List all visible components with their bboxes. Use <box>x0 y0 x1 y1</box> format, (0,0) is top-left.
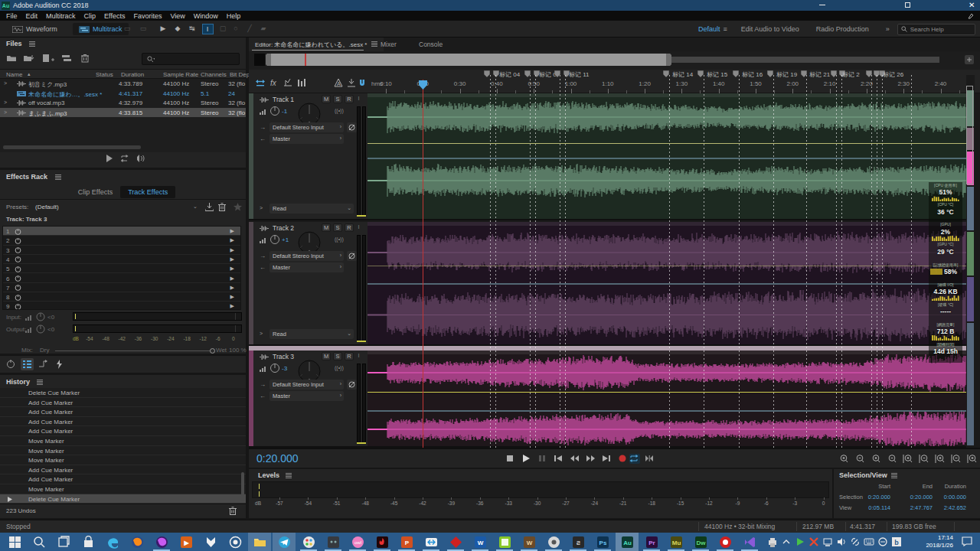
zoom-out-full-button[interactable] <box>887 454 899 465</box>
track-mute-button[interactable]: M <box>322 95 331 103</box>
edge-icon[interactable] <box>101 533 124 551</box>
pencil-tool[interactable]: ╱ <box>245 24 256 34</box>
skip-selection-button[interactable] <box>645 454 655 464</box>
input-b-icon[interactable]: b <box>891 536 902 547</box>
open-folder-icon[interactable] <box>6 54 18 64</box>
slot-arrow-icon[interactable]: ▶ <box>230 228 234 234</box>
track-effects-tab[interactable]: Track Effects <box>120 186 175 198</box>
menu-file[interactable]: File <box>6 12 18 20</box>
menu-window[interactable]: Window <box>194 12 218 20</box>
track-mute-button[interactable]: M <box>322 352 331 360</box>
red-tray-icon[interactable] <box>808 536 819 547</box>
fast-forward-button[interactable] <box>586 454 596 464</box>
effect-slot[interactable]: 4▶ <box>3 255 240 264</box>
fx-toggle-icon[interactable]: fx <box>269 77 281 90</box>
workspace-3[interactable]: Radio Production <box>816 25 869 33</box>
history-item[interactable]: Move Marker <box>0 484 246 494</box>
panel-menu-icon[interactable] <box>29 41 35 47</box>
mix-slider-knob[interactable] <box>210 348 215 354</box>
eraser-tool[interactable]: ▰ <box>259 24 270 34</box>
slot-arrow-icon[interactable]: ▶ <box>230 256 234 262</box>
diamond-app-icon[interactable] <box>444 533 467 551</box>
clip-effects-tab[interactable]: Clip Effects <box>70 186 120 198</box>
menu-favorites[interactable]: Favorites <box>133 12 162 20</box>
effect-slot[interactable]: 1▶ <box>3 227 240 236</box>
go-to-start-button[interactable] <box>554 454 564 464</box>
time-selection-tool[interactable]: I <box>202 24 214 34</box>
slot-arrow-icon[interactable]: ▶ <box>230 276 234 282</box>
photoshop-icon[interactable]: Ps <box>591 533 614 551</box>
zoom-out-time-button[interactable] <box>854 454 867 465</box>
effect-slot[interactable]: 3▶ <box>3 246 240 255</box>
selview-value[interactable]: 0:00.000 <box>923 494 966 500</box>
panel-menu-icon[interactable] <box>286 473 292 478</box>
close-button[interactable]: ✕ <box>969 2 975 8</box>
taskbar-clock[interactable]: 17:142018/1/26 <box>907 534 953 549</box>
track-input-monitor-button[interactable]: I <box>356 223 361 232</box>
files-col-bit-dep[interactable]: Bit Dep <box>230 71 250 78</box>
file-row[interactable]: >まふまふ.mp34:33.81544100 HzStereo32 (flo <box>0 108 246 118</box>
rack-route-icon[interactable] <box>37 358 50 370</box>
track-gain-value[interactable]: -1 <box>282 108 287 115</box>
green-app-icon[interactable] <box>493 533 516 551</box>
history-item[interactable]: Add Cue Marker <box>0 398 246 408</box>
slot-arrow-icon[interactable]: ▶ <box>230 294 234 300</box>
file-row[interactable]: >off vocal.mp34:32.97944100 HzStereo32 (… <box>0 98 246 108</box>
fox-app-icon[interactable] <box>199 533 222 551</box>
history-item[interactable]: Move Marker <box>0 436 246 446</box>
expand-arrow-icon[interactable]: > <box>4 109 7 115</box>
search-icon[interactable] <box>28 533 51 551</box>
firefox-icon[interactable] <box>126 533 149 551</box>
zoom-in-full-button[interactable] <box>871 454 883 465</box>
effect-slot[interactable]: 9▶ <box>3 302 240 310</box>
menu-effects[interactable]: Effects <box>104 12 125 20</box>
file-row[interactable]: >初音ミク.mp34:33.78944100 HzStereo32 (flo <box>0 79 246 89</box>
network-icon[interactable] <box>822 536 833 547</box>
files-col-duration[interactable]: Duration <box>121 71 144 78</box>
slot-arrow-icon[interactable]: ▶ <box>230 266 234 272</box>
expand-arrow-icon[interactable]: > <box>4 99 7 105</box>
waveform-button[interactable]: Waveform <box>6 23 64 35</box>
track-divider-strip[interactable] <box>249 346 966 350</box>
loop-playback-button[interactable] <box>629 454 640 464</box>
zoom-full-button[interactable] <box>967 454 979 465</box>
workspace-menu-icon[interactable]: ≡ <box>724 25 727 33</box>
green-tray-icon[interactable] <box>795 536 805 547</box>
multitrack-button[interactable]: Multitrack <box>73 23 129 35</box>
history-item[interactable]: Move Marker <box>0 455 246 465</box>
history-scrollbar[interactable] <box>241 472 244 501</box>
panel-menu-icon[interactable] <box>55 174 61 180</box>
muse-icon[interactable]: Mu <box>665 533 688 551</box>
task-view-icon[interactable] <box>52 533 75 551</box>
minimize-button[interactable] <box>819 5 825 5</box>
scrollbar-thumb-outline[interactable] <box>966 86 973 184</box>
history-item[interactable]: Move Marker <box>0 446 246 456</box>
slot-arrow-icon[interactable]: ▶ <box>230 303 234 309</box>
marquee-tool[interactable]: ▢ <box>218 24 230 34</box>
panel-menu-icon[interactable] <box>371 41 377 47</box>
tool-b[interactable]: ▭ <box>139 24 150 34</box>
file-row[interactable]: 未命名命に嫌わ…。.sesx *4:41.31744100 Hz5.124 <box>0 89 246 99</box>
zoom-in-time-button[interactable] <box>838 454 851 465</box>
workspace-1[interactable]: Default <box>698 25 720 33</box>
selview-value[interactable]: 0:05.114 <box>848 504 890 511</box>
history-item[interactable]: Delete Cue Marker <box>0 494 246 504</box>
obs-icon[interactable] <box>224 533 247 551</box>
track-name[interactable]: Track 2 <box>273 224 294 232</box>
editor-tab[interactable]: Editor: 未命名命に嫌われている。.sesx * <box>249 37 384 51</box>
console-tab[interactable]: Console <box>419 41 443 48</box>
discord-icon[interactable] <box>322 533 345 551</box>
pink-app-icon[interactable]: owl <box>346 533 369 551</box>
track-name[interactable]: Track 3 <box>273 353 294 360</box>
zoom-reset-button[interactable] <box>903 454 915 465</box>
notification-center-button[interactable] <box>962 536 974 547</box>
files-col-name[interactable]: Name <box>6 71 22 78</box>
rack-list-icon[interactable] <box>21 358 34 370</box>
rack-auto-icon[interactable] <box>53 358 66 370</box>
record-button[interactable] <box>618 454 629 464</box>
store-icon[interactable] <box>77 533 100 551</box>
track-gain-value[interactable]: -3 <box>282 365 287 372</box>
menu-clip[interactable]: Clip <box>84 12 96 20</box>
mix-slider-track[interactable] <box>55 350 212 351</box>
play-button[interactable] <box>521 454 532 464</box>
